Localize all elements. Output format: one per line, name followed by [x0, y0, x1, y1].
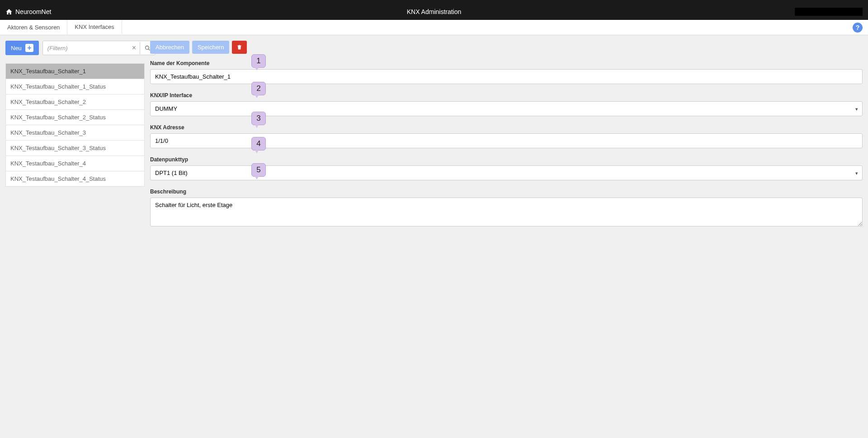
- sidebar: Neu + × KNX_Testaufbau_Schalter_1 KNX_Te…: [5, 41, 145, 233]
- main-panel: Abbrechen Speichern Name der Komponente …: [150, 41, 863, 233]
- component-list: KNX_Testaufbau_Schalter_1 KNX_Testaufbau…: [5, 63, 145, 186]
- list-item[interactable]: KNX_Testaufbau_Schalter_3_Status: [5, 140, 145, 156]
- brand-label: NeuroomNet: [15, 8, 51, 15]
- help-icon[interactable]: ?: [853, 23, 863, 33]
- tab-knx-interfaces[interactable]: KNX Interfaces: [67, 20, 122, 35]
- user-area-redacted: [795, 8, 863, 16]
- annotation-3: 3: [251, 112, 266, 125]
- list-item[interactable]: KNX_Testaufbau_Schalter_4: [5, 155, 145, 171]
- cancel-button[interactable]: Abbrechen: [150, 41, 189, 54]
- new-button[interactable]: Neu +: [5, 41, 39, 55]
- plus-icon: +: [25, 44, 33, 52]
- list-item[interactable]: KNX_Testaufbau_Schalter_2: [5, 94, 145, 110]
- home-icon: [5, 8, 13, 15]
- filter-clear-icon[interactable]: ×: [128, 44, 140, 52]
- annotation-1: 1: [251, 54, 266, 68]
- page-title: KNX Administration: [407, 8, 462, 15]
- save-button[interactable]: Speichern: [192, 41, 230, 54]
- tab-aktoren-sensoren[interactable]: Aktoren & Sensoren: [0, 20, 67, 35]
- list-item[interactable]: KNX_Testaufbau_Schalter_2_Status: [5, 109, 145, 125]
- annotation-4: 4: [251, 137, 266, 151]
- desc-textarea[interactable]: [150, 198, 863, 226]
- list-item[interactable]: KNX_Testaufbau_Schalter_4_Status: [5, 171, 145, 187]
- filter-input[interactable]: [43, 42, 128, 55]
- svg-point-0: [146, 46, 149, 49]
- dpt-label: Datenpunkttyp: [150, 156, 863, 163]
- brand[interactable]: NeuroomNet: [5, 8, 51, 15]
- annotation-2: 2: [251, 82, 266, 95]
- action-row: Abbrechen Speichern: [150, 41, 863, 54]
- list-item[interactable]: KNX_Testaufbau_Schalter_3: [5, 125, 145, 141]
- delete-button[interactable]: [232, 41, 247, 54]
- list-item[interactable]: KNX_Testaufbau_Schalter_1: [5, 63, 145, 79]
- filter-wrap: ×: [42, 41, 156, 55]
- trash-icon: [236, 44, 242, 50]
- list-item[interactable]: KNX_Testaufbau_Schalter_1_Status: [5, 79, 145, 94]
- annotation-5: 5: [251, 163, 266, 177]
- desc-label: Beschreibung: [150, 188, 863, 195]
- app-header: NeuroomNet KNX Administration: [0, 4, 868, 20]
- new-button-label: Neu: [11, 45, 22, 52]
- tab-bar: Aktoren & Sensoren KNX Interfaces ?: [0, 20, 868, 35]
